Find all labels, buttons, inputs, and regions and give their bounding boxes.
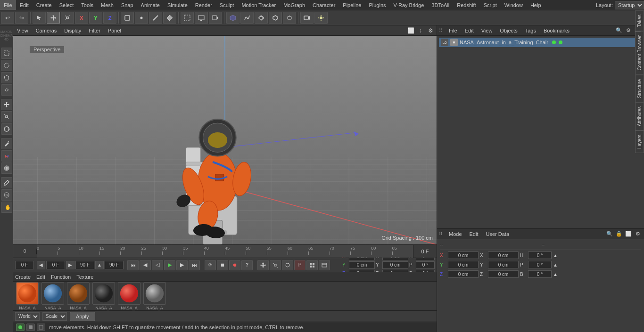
undo-button[interactable]: ↩ xyxy=(1,12,14,24)
timeline[interactable]: 0 051015202530354045505560657075808590 0… xyxy=(13,244,437,258)
menu-create[interactable]: Create xyxy=(33,0,56,10)
attr-h-arrow[interactable]: ▲ xyxy=(553,253,558,258)
menu-edit[interactable]: Edit xyxy=(16,0,33,10)
record-special-button[interactable]: P xyxy=(294,260,305,270)
select-tool-button[interactable] xyxy=(33,12,46,24)
prev-play-button[interactable]: ◁ xyxy=(152,260,163,270)
menu-vray[interactable]: V-Ray Bridge xyxy=(390,0,428,10)
smooth-tool[interactable]: S xyxy=(1,162,12,174)
timeline-ruler[interactable]: 051015202530354045505560657075808590 xyxy=(37,245,413,258)
rotate-tool-sidebar[interactable] xyxy=(1,123,12,135)
play-button[interactable]: ▶ xyxy=(164,260,175,270)
scale-dropdown[interactable]: Scale xyxy=(42,312,67,321)
menu-tools[interactable]: Tools xyxy=(77,0,97,10)
attr-p-arrow[interactable]: ▲ xyxy=(553,262,558,267)
menu-script[interactable]: Script xyxy=(480,0,501,10)
menu-pipeline[interactable]: Pipeline xyxy=(339,0,365,10)
viewport-settings-icon[interactable]: ⚙ xyxy=(426,26,435,35)
tab-attributes[interactable]: Attributes xyxy=(635,102,644,130)
live-select-tool[interactable] xyxy=(1,60,12,71)
attr-y-pos-field[interactable] xyxy=(448,261,479,268)
point-mode-button[interactable] xyxy=(135,12,148,24)
attr-settings-icon[interactable]: ⚙ xyxy=(634,230,642,238)
grid-view-button[interactable] xyxy=(306,260,318,270)
object-visible-dot[interactable] xyxy=(552,40,556,44)
move-tool-sidebar[interactable] xyxy=(1,99,12,110)
object-row-astronaut[interactable]: L0 ▼ NASA_Astronaut_in_a_Training_Chair xyxy=(439,38,642,47)
viewport[interactable]: View Cameras Display Filter Panel ⬜ ↕ ⚙ … xyxy=(13,25,437,244)
status-icon-3[interactable] xyxy=(37,324,45,331)
cube-button[interactable] xyxy=(226,12,239,24)
viewport-panel-menu[interactable]: Panel xyxy=(106,27,123,34)
tab-layers[interactable]: Layers xyxy=(635,130,644,153)
attr-p-field[interactable] xyxy=(528,261,552,268)
ob-file-menu[interactable]: File xyxy=(447,27,459,34)
attr-mode-menu[interactable]: Mode xyxy=(447,230,464,238)
viewport-view-menu[interactable]: View xyxy=(15,27,30,34)
scale-tool-button[interactable] xyxy=(61,12,74,24)
material-function-menu[interactable]: Function xyxy=(51,274,71,280)
attr-lock-icon[interactable]: 🔒 xyxy=(615,230,623,238)
status-icon-2[interactable] xyxy=(26,324,35,331)
menu-window[interactable]: Window xyxy=(501,0,527,10)
viewport-filter-menu[interactable]: Filter xyxy=(87,27,102,34)
menu-simulate[interactable]: Simulate xyxy=(164,0,191,10)
tab-structure[interactable]: Structure xyxy=(635,75,644,103)
tab-takes[interactable]: Takes xyxy=(635,25,644,31)
loop-button[interactable]: ⟳ xyxy=(205,260,216,270)
render-anim-button[interactable] xyxy=(209,12,222,24)
coord-y-pos[interactable] xyxy=(349,261,375,269)
menu-3dtoall[interactable]: 3DToAll xyxy=(428,0,453,10)
scene-view[interactable]: Grid Spacing : 100 cm xyxy=(13,36,437,244)
ob-objects-menu[interactable]: Objects xyxy=(498,27,519,34)
prev-frame-button[interactable]: ◀ xyxy=(140,260,151,270)
attr-b-arrow[interactable]: ▲ xyxy=(553,272,558,277)
material-create-menu[interactable]: Create xyxy=(15,274,31,280)
menu-file[interactable]: File xyxy=(0,0,16,10)
camera-button[interactable] xyxy=(300,12,314,24)
menu-mograph[interactable]: MoGraph xyxy=(280,0,309,10)
tab-content-browser[interactable]: Content Browser xyxy=(635,31,644,74)
deformer-button[interactable] xyxy=(283,12,296,24)
menu-render[interactable]: Render xyxy=(191,0,216,10)
attr-z-size-field[interactable] xyxy=(488,270,519,278)
stop-button[interactable]: ⏹ xyxy=(217,260,228,270)
paint-tool[interactable]: S xyxy=(1,189,12,201)
attr-x-pos-field[interactable] xyxy=(448,251,479,259)
ob-tags-menu[interactable]: Tags xyxy=(523,27,538,34)
material-item-3[interactable]: NASA_A xyxy=(67,282,90,310)
knife-tool[interactable] xyxy=(1,138,12,149)
attr-user-data-menu[interactable]: User Data xyxy=(484,230,512,238)
viewport-maximize-icon[interactable]: ⬜ xyxy=(406,26,415,35)
next-frame-button[interactable]: ▶ xyxy=(176,260,188,270)
status-icon-1[interactable] xyxy=(16,324,25,331)
end-frame-field[interactable] xyxy=(105,261,124,269)
current-frame-field[interactable] xyxy=(46,261,65,269)
object-mode-button[interactable] xyxy=(121,12,134,24)
layout-dropdown[interactable]: Startup xyxy=(615,1,644,9)
apply-button[interactable]: Apply xyxy=(70,312,95,321)
preview-end-field[interactable] xyxy=(75,261,94,269)
menu-animate[interactable]: Animate xyxy=(137,0,164,10)
start-frame-down-button[interactable]: ◀ xyxy=(37,261,45,269)
attr-expand-icon[interactable]: ⬜ xyxy=(624,230,633,238)
z-axis-button[interactable]: Z xyxy=(103,12,116,24)
magnet-tool[interactable] xyxy=(1,150,12,162)
viewport-display-menu[interactable]: Display xyxy=(62,27,83,34)
select-rect-tool[interactable] xyxy=(1,48,12,59)
menu-help[interactable]: Help xyxy=(527,0,545,10)
menu-sculpt[interactable]: Sculpt xyxy=(216,0,238,10)
menu-character[interactable]: Character xyxy=(309,0,339,10)
go-to-start-button[interactable]: ⏮ xyxy=(127,260,139,270)
x-axis-button[interactable]: X xyxy=(75,12,88,24)
material-item-4[interactable]: NASA_A xyxy=(92,282,115,310)
ob-bookmarks-menu[interactable]: Bookmarks xyxy=(542,27,571,34)
end-frame-up-button[interactable]: ▶ xyxy=(66,261,74,269)
brush-tool[interactable] xyxy=(1,177,12,188)
material-edit-menu[interactable]: Edit xyxy=(36,274,45,280)
scale-tool-sidebar[interactable] xyxy=(1,111,12,122)
material-item-1[interactable]: NASA_A xyxy=(16,282,39,310)
world-dropdown[interactable]: World xyxy=(15,312,40,321)
attr-h-field[interactable] xyxy=(528,251,552,259)
poly-select-tool[interactable] xyxy=(1,72,12,83)
